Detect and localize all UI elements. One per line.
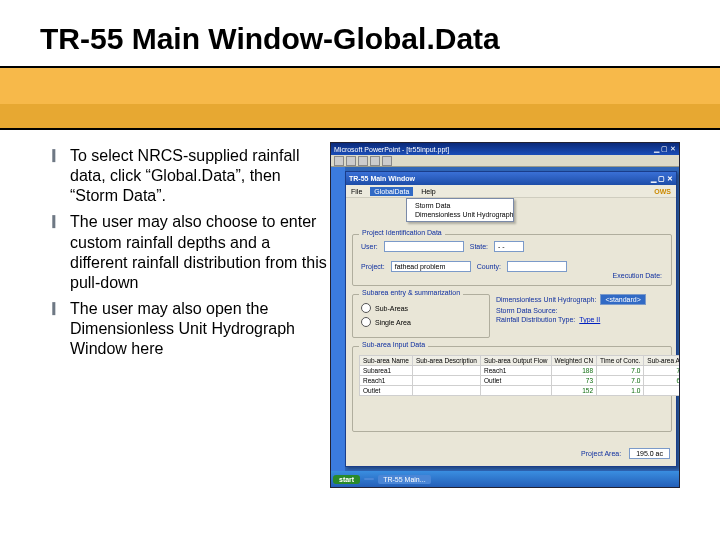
toolbar-icon	[382, 156, 392, 166]
subarea-entry-group: Subarea entry & summarization Sub-Areas …	[352, 294, 490, 338]
cell[interactable]: 152	[551, 386, 597, 396]
slide-title: TR-55 Main Window-Global.Data	[40, 22, 500, 56]
county-field[interactable]	[507, 261, 567, 272]
user-field[interactable]	[384, 241, 464, 252]
execution-date-label: Execution Date:	[613, 272, 662, 279]
storm-source-label: Storm Data Source:	[496, 307, 557, 314]
cell[interactable]: 180	[644, 386, 680, 396]
powerpoint-titlebar: Microsoft PowerPoint - [tr55input.ppt] ▁…	[331, 143, 679, 155]
cell[interactable]: Outlet	[360, 386, 413, 396]
cell[interactable]	[412, 376, 480, 386]
powerpoint-title: Microsoft PowerPoint - [tr55input.ppt]	[334, 146, 449, 153]
table-header: Sub-area Description	[412, 356, 480, 366]
duh-dropdown[interactable]: <standard>	[600, 294, 645, 305]
menu-globaldata[interactable]: GlobalData	[370, 187, 413, 196]
subarea-input-table-group: Sub-area Input Data Sub-area Name Sub-ar…	[352, 346, 672, 432]
cell[interactable]: 6.84	[644, 376, 680, 386]
project-area-value: 195.0 ac	[629, 448, 670, 459]
tr55-window-controls: ▁ ▢ ✕	[651, 175, 673, 183]
taskbar[interactable]: start TR-55 Main...	[331, 471, 679, 487]
project-field[interactable]: fathead problem	[391, 261, 471, 272]
bullet-item: The user may also choose to enter custom…	[48, 212, 328, 293]
group-title: Sub-area Input Data	[359, 341, 428, 348]
table-header: Sub-area Output Flow	[480, 356, 551, 366]
toolbar-icon	[370, 156, 380, 166]
table-header: Sub-area Area	[644, 356, 680, 366]
rainfall-distribution-group: Dimensionless Unit Hydrograph: <standard…	[496, 294, 672, 338]
cell[interactable]: 188	[551, 366, 597, 376]
tr55-titlebar: TR-55 Main Window ▁ ▢ ✕	[346, 172, 676, 185]
cell[interactable]: 1.0	[597, 386, 644, 396]
radio-single-area[interactable]: Single Area	[361, 317, 411, 327]
title-band	[0, 68, 720, 128]
cell[interactable]: Reach1	[480, 366, 551, 376]
bullet-item: The user may also open the Dimensionless…	[48, 299, 328, 359]
tr55-title: TR-55 Main Window	[349, 175, 415, 182]
table-header-row: Sub-area Name Sub-area Description Sub-a…	[360, 356, 681, 366]
tr55-window: TR-55 Main Window ▁ ▢ ✕ File GlobalData …	[345, 171, 677, 467]
cell[interactable]: 73	[551, 376, 597, 386]
cell[interactable]: 7.0	[597, 366, 644, 376]
submenu-duh[interactable]: Dimensionless Unit Hydrograph	[407, 210, 513, 219]
cell[interactable]: 7.12	[644, 366, 680, 376]
table-row[interactable]: Subarea1 Reach1 188 7.0 7.12	[360, 366, 681, 376]
toolbar-icon	[358, 156, 368, 166]
globaldata-submenu[interactable]: Storm Data Dimensionless Unit Hydrograph	[406, 198, 514, 222]
cell[interactable]	[480, 386, 551, 396]
table-header: Weighted CN	[551, 356, 597, 366]
project-area-bar: Project Area: 195.0 ac	[352, 446, 670, 460]
cell[interactable]: 7.0	[597, 376, 644, 386]
duh-label: Dimensionless Unit Hydrograph:	[496, 296, 596, 303]
toolbar-icon	[346, 156, 356, 166]
bullet-item: To select NRCS-supplied rainfall data, c…	[48, 146, 328, 206]
project-area-label: Project Area:	[581, 450, 621, 457]
menu-help[interactable]: Help	[421, 188, 435, 195]
subarea-table[interactable]: Sub-area Name Sub-area Description Sub-a…	[359, 355, 680, 396]
rain-dist-value[interactable]: Type II	[579, 316, 600, 323]
powerpoint-slide-strip	[331, 167, 345, 471]
state-field[interactable]: - -	[494, 241, 524, 252]
radio-subareas[interactable]: Sub-Areas	[361, 303, 408, 313]
bullet-list: To select NRCS-supplied rainfall data, c…	[48, 146, 328, 366]
start-button[interactable]: start	[333, 475, 360, 484]
taskbar-item[interactable]: TR-55 Main...	[378, 475, 430, 484]
window-controls: ▁ ▢ ✕	[654, 145, 676, 153]
tr55-menubar[interactable]: File GlobalData Help OWS	[346, 185, 676, 198]
overlay-text: OWS	[654, 188, 671, 195]
menu-file[interactable]: File	[351, 188, 362, 195]
project-label: Project:	[361, 263, 385, 270]
group-title: Subarea entry & summarization	[359, 289, 463, 296]
taskbar-item[interactable]	[364, 478, 374, 480]
table-row[interactable]: Reach1 Outlet 73 7.0 6.84	[360, 376, 681, 386]
cell[interactable]	[412, 366, 480, 376]
cell[interactable]: Subarea1	[360, 366, 413, 376]
rain-dist-label: Rainfall Distribution Type:	[496, 316, 575, 323]
table-header: Time of Conc.	[597, 356, 644, 366]
group-title: Project Identification Data	[359, 229, 445, 236]
state-label: State:	[470, 243, 488, 250]
county-label: County:	[477, 263, 501, 270]
cell[interactable]: Outlet	[480, 376, 551, 386]
cell[interactable]	[412, 386, 480, 396]
table-header: Sub-area Name	[360, 356, 413, 366]
embedded-screenshot: Microsoft PowerPoint - [tr55input.ppt] ▁…	[330, 142, 680, 488]
toolbar-icon	[334, 156, 344, 166]
table-row[interactable]: Outlet 152 1.0 180	[360, 386, 681, 396]
powerpoint-toolbar	[331, 155, 679, 167]
user-label: User:	[361, 243, 378, 250]
submenu-storm-data[interactable]: Storm Data	[407, 201, 513, 210]
cell[interactable]: Reach1	[360, 376, 413, 386]
